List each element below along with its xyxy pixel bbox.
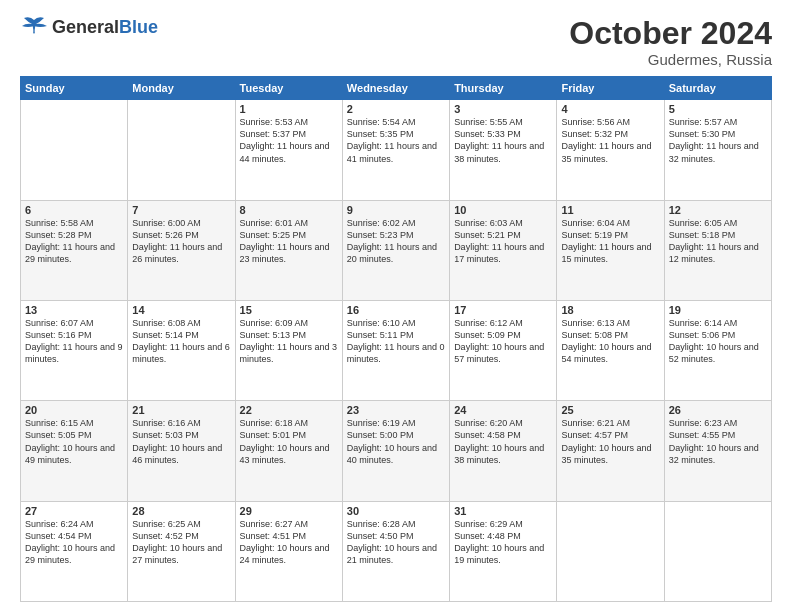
day-number: 16 — [347, 304, 445, 316]
calendar-cell — [128, 100, 235, 200]
calendar-cell: 4Sunrise: 5:56 AM Sunset: 5:32 PM Daylig… — [557, 100, 664, 200]
logo-text: GeneralBlue — [52, 17, 158, 38]
day-number: 1 — [240, 103, 338, 115]
day-number: 8 — [240, 204, 338, 216]
day-number: 27 — [25, 505, 123, 517]
day-number: 2 — [347, 103, 445, 115]
col-thursday: Thursday — [450, 77, 557, 100]
calendar-cell: 22Sunrise: 6:18 AM Sunset: 5:01 PM Dayli… — [235, 401, 342, 501]
calendar-cell: 28Sunrise: 6:25 AM Sunset: 4:52 PM Dayli… — [128, 501, 235, 601]
week-row-2: 6Sunrise: 5:58 AM Sunset: 5:28 PM Daylig… — [21, 200, 772, 300]
calendar-cell: 14Sunrise: 6:08 AM Sunset: 5:14 PM Dayli… — [128, 300, 235, 400]
calendar-cell: 25Sunrise: 6:21 AM Sunset: 4:57 PM Dayli… — [557, 401, 664, 501]
day-number: 20 — [25, 404, 123, 416]
day-content: Sunrise: 5:54 AM Sunset: 5:35 PM Dayligh… — [347, 116, 445, 165]
day-content: Sunrise: 5:58 AM Sunset: 5:28 PM Dayligh… — [25, 217, 123, 266]
day-content: Sunrise: 5:57 AM Sunset: 5:30 PM Dayligh… — [669, 116, 767, 165]
day-content: Sunrise: 6:09 AM Sunset: 5:13 PM Dayligh… — [240, 317, 338, 366]
title-block: October 2024 Gudermes, Russia — [569, 16, 772, 68]
calendar-cell — [664, 501, 771, 601]
day-number: 12 — [669, 204, 767, 216]
day-content: Sunrise: 6:03 AM Sunset: 5:21 PM Dayligh… — [454, 217, 552, 266]
day-number: 3 — [454, 103, 552, 115]
day-number: 28 — [132, 505, 230, 517]
day-content: Sunrise: 6:29 AM Sunset: 4:48 PM Dayligh… — [454, 518, 552, 567]
calendar-cell: 24Sunrise: 6:20 AM Sunset: 4:58 PM Dayli… — [450, 401, 557, 501]
calendar-cell: 6Sunrise: 5:58 AM Sunset: 5:28 PM Daylig… — [21, 200, 128, 300]
day-content: Sunrise: 6:24 AM Sunset: 4:54 PM Dayligh… — [25, 518, 123, 567]
calendar-cell: 3Sunrise: 5:55 AM Sunset: 5:33 PM Daylig… — [450, 100, 557, 200]
day-content: Sunrise: 6:27 AM Sunset: 4:51 PM Dayligh… — [240, 518, 338, 567]
calendar-cell: 30Sunrise: 6:28 AM Sunset: 4:50 PM Dayli… — [342, 501, 449, 601]
logo: GeneralBlue — [20, 16, 158, 38]
day-content: Sunrise: 6:08 AM Sunset: 5:14 PM Dayligh… — [132, 317, 230, 366]
day-content: Sunrise: 6:12 AM Sunset: 5:09 PM Dayligh… — [454, 317, 552, 366]
day-number: 21 — [132, 404, 230, 416]
day-number: 5 — [669, 103, 767, 115]
day-content: Sunrise: 6:01 AM Sunset: 5:25 PM Dayligh… — [240, 217, 338, 266]
col-wednesday: Wednesday — [342, 77, 449, 100]
calendar-cell: 29Sunrise: 6:27 AM Sunset: 4:51 PM Dayli… — [235, 501, 342, 601]
day-number: 22 — [240, 404, 338, 416]
calendar-cell: 23Sunrise: 6:19 AM Sunset: 5:00 PM Dayli… — [342, 401, 449, 501]
calendar-cell: 19Sunrise: 6:14 AM Sunset: 5:06 PM Dayli… — [664, 300, 771, 400]
day-number: 15 — [240, 304, 338, 316]
calendar-cell: 1Sunrise: 5:53 AM Sunset: 5:37 PM Daylig… — [235, 100, 342, 200]
day-content: Sunrise: 6:21 AM Sunset: 4:57 PM Dayligh… — [561, 417, 659, 466]
calendar-cell: 12Sunrise: 6:05 AM Sunset: 5:18 PM Dayli… — [664, 200, 771, 300]
day-content: Sunrise: 6:13 AM Sunset: 5:08 PM Dayligh… — [561, 317, 659, 366]
week-row-3: 13Sunrise: 6:07 AM Sunset: 5:16 PM Dayli… — [21, 300, 772, 400]
col-saturday: Saturday — [664, 77, 771, 100]
day-number: 14 — [132, 304, 230, 316]
day-content: Sunrise: 6:18 AM Sunset: 5:01 PM Dayligh… — [240, 417, 338, 466]
calendar-cell: 13Sunrise: 6:07 AM Sunset: 5:16 PM Dayli… — [21, 300, 128, 400]
col-monday: Monday — [128, 77, 235, 100]
day-number: 24 — [454, 404, 552, 416]
location-subtitle: Gudermes, Russia — [569, 51, 772, 68]
day-content: Sunrise: 6:02 AM Sunset: 5:23 PM Dayligh… — [347, 217, 445, 266]
header: GeneralBlue October 2024 Gudermes, Russi… — [20, 16, 772, 68]
calendar-table: Sunday Monday Tuesday Wednesday Thursday… — [20, 76, 772, 602]
calendar-cell: 27Sunrise: 6:24 AM Sunset: 4:54 PM Dayli… — [21, 501, 128, 601]
day-content: Sunrise: 6:16 AM Sunset: 5:03 PM Dayligh… — [132, 417, 230, 466]
day-content: Sunrise: 6:10 AM Sunset: 5:11 PM Dayligh… — [347, 317, 445, 366]
logo-blue: Blue — [119, 17, 158, 37]
calendar-cell: 17Sunrise: 6:12 AM Sunset: 5:09 PM Dayli… — [450, 300, 557, 400]
day-number: 17 — [454, 304, 552, 316]
day-content: Sunrise: 6:14 AM Sunset: 5:06 PM Dayligh… — [669, 317, 767, 366]
calendar-cell: 9Sunrise: 6:02 AM Sunset: 5:23 PM Daylig… — [342, 200, 449, 300]
day-number: 29 — [240, 505, 338, 517]
day-number: 11 — [561, 204, 659, 216]
day-content: Sunrise: 6:07 AM Sunset: 5:16 PM Dayligh… — [25, 317, 123, 366]
day-content: Sunrise: 6:19 AM Sunset: 5:00 PM Dayligh… — [347, 417, 445, 466]
week-row-1: 1Sunrise: 5:53 AM Sunset: 5:37 PM Daylig… — [21, 100, 772, 200]
calendar-cell: 7Sunrise: 6:00 AM Sunset: 5:26 PM Daylig… — [128, 200, 235, 300]
day-content: Sunrise: 6:25 AM Sunset: 4:52 PM Dayligh… — [132, 518, 230, 567]
calendar-cell: 8Sunrise: 6:01 AM Sunset: 5:25 PM Daylig… — [235, 200, 342, 300]
week-row-4: 20Sunrise: 6:15 AM Sunset: 5:05 PM Dayli… — [21, 401, 772, 501]
day-content: Sunrise: 5:55 AM Sunset: 5:33 PM Dayligh… — [454, 116, 552, 165]
day-number: 6 — [25, 204, 123, 216]
page: GeneralBlue October 2024 Gudermes, Russi… — [0, 0, 792, 612]
day-number: 10 — [454, 204, 552, 216]
calendar-cell: 5Sunrise: 5:57 AM Sunset: 5:30 PM Daylig… — [664, 100, 771, 200]
day-content: Sunrise: 6:00 AM Sunset: 5:26 PM Dayligh… — [132, 217, 230, 266]
day-content: Sunrise: 6:15 AM Sunset: 5:05 PM Dayligh… — [25, 417, 123, 466]
day-content: Sunrise: 6:23 AM Sunset: 4:55 PM Dayligh… — [669, 417, 767, 466]
day-number: 18 — [561, 304, 659, 316]
col-sunday: Sunday — [21, 77, 128, 100]
month-title: October 2024 — [569, 16, 772, 51]
calendar-header-row: Sunday Monday Tuesday Wednesday Thursday… — [21, 77, 772, 100]
calendar-cell: 31Sunrise: 6:29 AM Sunset: 4:48 PM Dayli… — [450, 501, 557, 601]
day-number: 13 — [25, 304, 123, 316]
calendar-cell: 2Sunrise: 5:54 AM Sunset: 5:35 PM Daylig… — [342, 100, 449, 200]
day-number: 19 — [669, 304, 767, 316]
day-content: Sunrise: 5:53 AM Sunset: 5:37 PM Dayligh… — [240, 116, 338, 165]
day-number: 4 — [561, 103, 659, 115]
col-friday: Friday — [557, 77, 664, 100]
day-number: 23 — [347, 404, 445, 416]
day-number: 31 — [454, 505, 552, 517]
calendar-cell: 18Sunrise: 6:13 AM Sunset: 5:08 PM Dayli… — [557, 300, 664, 400]
day-content: Sunrise: 6:28 AM Sunset: 4:50 PM Dayligh… — [347, 518, 445, 567]
calendar-cell: 10Sunrise: 6:03 AM Sunset: 5:21 PM Dayli… — [450, 200, 557, 300]
